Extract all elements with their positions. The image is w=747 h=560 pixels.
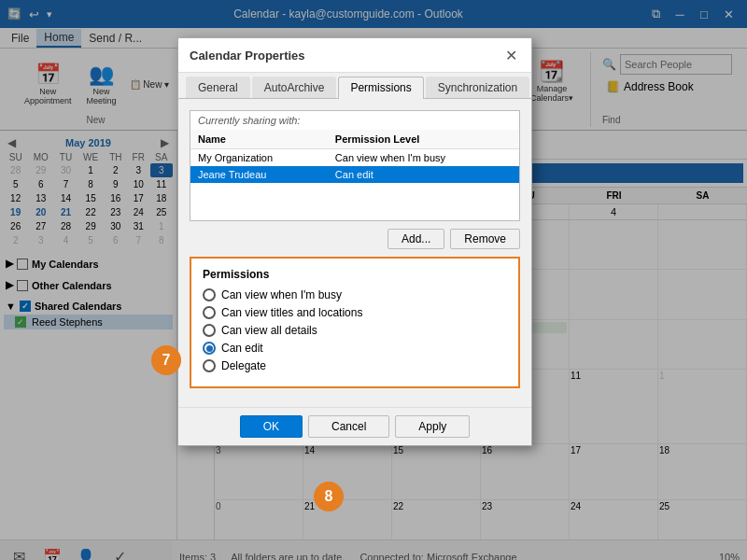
sharing-table: Name Permission Level My Organization Ca… [190,130,519,183]
step-8-label: 8 [325,488,333,505]
dialog-overlay: Calendar Properties ✕ General AutoArchiv… [0,0,747,560]
radio-edit-label: Can edit [221,342,263,355]
sharing-title: Currently sharing with: [190,111,519,130]
permissions-group: Permissions Can view when I'm busy Can v… [190,257,520,388]
org-name: My Organization [190,149,328,167]
radio-view-all[interactable]: Can view all details [203,324,507,337]
radio-titles-circle[interactable] [203,306,216,319]
radio-delegate-label: Delegate [221,359,266,372]
radio-delegate-circle[interactable] [203,359,216,372]
org-permission: Can view when I'm busy [328,149,519,167]
remove-btn[interactable]: Remove [450,229,520,249]
radio-delegate[interactable]: Delegate [203,359,507,372]
radio-all-circle[interactable] [203,324,216,337]
radio-edit-circle[interactable] [203,342,216,355]
dialog-footer: OK Cancel Apply [178,407,531,445]
jeane-permission: Can edit [328,166,519,183]
sharing-buttons: Add... Remove [190,229,520,249]
calendar-properties-dialog: Calendar Properties ✕ General AutoArchiv… [177,37,532,446]
cancel-btn[interactable]: Cancel [308,415,389,438]
dialog-title-bar: Calendar Properties ✕ [178,38,531,73]
jeane-name: Jeane Trudeau [190,166,328,183]
col-permission: Permission Level [328,130,519,149]
tab-general[interactable]: General [186,77,250,98]
radio-can-edit[interactable]: Can edit [203,342,507,355]
radio-busy-circle[interactable] [203,288,216,301]
radio-all-label: Can view all details [221,324,317,337]
radio-titles-label: Can view titles and locations [221,306,362,319]
dialog-tabs: General AutoArchive Permissions Synchron… [178,73,531,99]
step-7-circle: 7 [151,345,181,375]
col-name: Name [190,130,328,149]
sharing-group: Currently sharing with: Name Permission … [190,110,520,221]
sharing-row-jeane[interactable]: Jeane Trudeau Can edit [190,166,519,183]
radio-view-titles[interactable]: Can view titles and locations [203,306,507,319]
tab-autoarchive[interactable]: AutoArchive [252,77,337,98]
dialog-close-btn[interactable]: ✕ [501,46,520,64]
dialog-title: Calendar Properties [190,49,305,63]
permissions-title: Permissions [203,268,507,281]
radio-view-busy[interactable]: Can view when I'm busy [203,288,507,301]
ok-btn[interactable]: OK [240,415,303,438]
sharing-header-row: Name Permission Level [190,130,519,149]
dialog-body: Currently sharing with: Name Permission … [178,99,531,407]
radio-busy-label: Can view when I'm busy [221,288,342,301]
tab-permissions[interactable]: Permissions [338,77,423,99]
tab-synchronization[interactable]: Synchronization [426,77,529,98]
step-8-circle: 8 [314,482,344,511]
step-7-label: 7 [162,352,171,369]
add-btn[interactable]: Add... [388,229,444,249]
sharing-empty-space [190,183,519,220]
apply-btn[interactable]: Apply [395,415,470,438]
sharing-row-org[interactable]: My Organization Can view when I'm busy [190,149,519,167]
